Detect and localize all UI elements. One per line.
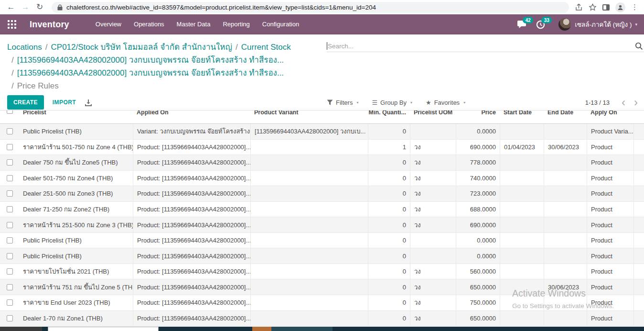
cell-price: 690.0000 — [456, 217, 500, 232]
taskbar-edge — [0, 327, 644, 331]
cell-options — [633, 186, 644, 201]
header-cell-pricelist[interactable]: Pricelist — [19, 110, 133, 123]
messages-button[interactable]: 42 — [514, 14, 533, 34]
breadcrumb-separator: / — [11, 68, 14, 77]
import-button[interactable]: IMPORT — [53, 99, 76, 106]
export-download-icon[interactable] — [85, 99, 92, 106]
nav-menu-reporting[interactable]: Reporting — [216, 14, 256, 34]
breadcrumb-link[interactable]: Locations — [7, 43, 42, 52]
header-cell-apply-on[interactable]: Apply On — [587, 110, 633, 123]
share-icon[interactable] — [575, 3, 583, 11]
row-checkbox[interactable] — [7, 144, 13, 150]
browser-menu-icon[interactable]: ⋮ — [631, 5, 638, 10]
header-cell-uom[interactable]: Pricelist UOM — [410, 110, 456, 123]
row-checkbox[interactable] — [7, 159, 13, 166]
table-row[interactable]: Dealer 501-750 กม Zone4 (THB)Product: [1… — [0, 171, 644, 187]
nav-menu-configuration[interactable]: Configuration — [256, 14, 305, 34]
search-input[interactable] — [327, 43, 635, 50]
app-title[interactable]: Inventory — [30, 20, 69, 30]
user-menu-caret-icon[interactable]: ▾ — [635, 22, 637, 27]
cell-product-variant — [250, 186, 368, 201]
row-checkbox[interactable] — [7, 206, 13, 212]
cell-start-date — [500, 248, 544, 264]
header-cell-start-date[interactable]: Start Date — [500, 110, 544, 123]
browser-address-bar[interactable]: chaletforest.co.th/web#active_id=83597&m… — [52, 2, 569, 13]
pager-previous-icon[interactable]: ‹ — [617, 97, 630, 108]
header-cell-price[interactable]: Price — [456, 110, 500, 123]
breadcrumb-link[interactable]: [113596694403AA428002000] วงกบเบญจพรรณ จ… — [17, 68, 284, 77]
nav-menu-master-data[interactable]: Master Data — [171, 14, 217, 34]
nav-menu-overview[interactable]: Overview — [89, 14, 128, 34]
header-cell-min-qty[interactable]: Min. Quanti... — [368, 110, 410, 123]
cell-value: วง — [414, 220, 421, 230]
table-row[interactable]: Public Pricelist (THB)Product: [11359669… — [0, 233, 644, 249]
table-row[interactable]: Dealer 1-70 กม Zone1 (THB)Product: [1135… — [0, 311, 644, 327]
table-row[interactable]: Dealer 750 กม ขึ้นไป Zone5 (THB)Product:… — [0, 155, 644, 171]
activities-button[interactable]: 33 — [533, 14, 552, 34]
cell-options — [633, 264, 644, 279]
search-icon[interactable] — [635, 42, 643, 50]
user-avatar[interactable] — [558, 18, 571, 31]
column-label: Applied On — [137, 110, 169, 117]
browser-forward-icon[interactable]: → — [19, 0, 32, 14]
cell-end-date — [544, 186, 587, 201]
table-row[interactable]: ราคาหน้าร้าน 501-750 กม Zone 4 (THB)Prod… — [0, 140, 644, 155]
row-checkbox[interactable] — [7, 222, 13, 228]
group-by-label: Group By — [380, 99, 407, 106]
row-checkbox[interactable] — [7, 190, 13, 197]
search-options: Filters ▾ ☰ Group By ▾ ★ Favorites ▾ — [327, 96, 465, 109]
nav-menu-operations[interactable]: Operations — [128, 14, 171, 34]
browser-back-icon[interactable]: ← — [5, 0, 17, 14]
table-row[interactable]: ราคาขาย End User 2023 (THB)Product: [113… — [0, 295, 644, 311]
apps-menu-icon[interactable] — [8, 20, 16, 29]
bookmark-star-icon[interactable] — [589, 3, 597, 11]
cell-checkbox — [0, 155, 19, 170]
browser-reload-icon[interactable]: ↻ — [33, 0, 46, 14]
cell-value: 750.0000 — [470, 299, 496, 306]
pager-next-icon[interactable]: › — [630, 97, 642, 108]
table-row[interactable]: Dealer 251-500 กม Zone3 (THB)Product: [1… — [0, 186, 644, 202]
browser-profile-icon[interactable] — [615, 2, 625, 12]
select-all-checkbox[interactable] — [7, 110, 13, 114]
table-row[interactable]: Public Pricelist (THB)Variant: วงกบเบญจพ… — [0, 124, 644, 140]
cell-start-date — [500, 295, 544, 310]
cell-value: 740.0000 — [470, 175, 496, 182]
header-cell-product-variant[interactable]: Product Variant — [250, 110, 368, 123]
breadcrumb-link[interactable]: [113596694403AA428002000] วงกบเบญจพรรณ จ… — [17, 55, 284, 65]
row-checkbox[interactable] — [7, 284, 13, 290]
create-button[interactable]: CREATE — [7, 95, 44, 110]
row-checkbox[interactable] — [7, 253, 13, 259]
side-panel-icon[interactable] — [602, 4, 610, 11]
row-checkbox[interactable] — [7, 128, 13, 134]
breadcrumb-link[interactable]: Current Stock — [241, 43, 291, 52]
table-row[interactable]: ราคาหน้าร้าน 751 กม ขึ้นไป Zone 5 (TH...… — [0, 279, 644, 295]
cell-price: 0.0000 — [456, 248, 500, 264]
favorites-button[interactable]: ★ Favorites ▾ — [426, 99, 465, 106]
cell-price: 560.0000 — [456, 264, 500, 279]
group-by-button[interactable]: ☰ Group By ▾ — [372, 99, 412, 106]
column-label: Pricelist UOM — [414, 110, 452, 117]
control-panel-buttons: CREATE IMPORT — [7, 95, 92, 110]
header-cell-end-date[interactable]: End Date — [544, 110, 587, 123]
cell-value: ราคาหน้าร้าน 251-500 กม Zone 3 (THB) — [23, 220, 133, 230]
table-row[interactable]: Dealer 71-250 กม Zone2 (THB)Product: [11… — [0, 202, 644, 218]
breadcrumb-link[interactable]: CP012/Stock บริษัท โฮมมอลล์ จำกัด สำนักง… — [51, 43, 233, 52]
cell-start-date — [500, 264, 544, 279]
table-row[interactable]: ราคาหน้าร้าน 251-500 กม Zone 3 (THB)Prod… — [0, 217, 644, 233]
table-row[interactable]: Public Pricelist (THB)Product: [11359669… — [0, 248, 644, 264]
favorites-star-icon: ★ — [426, 99, 431, 106]
filters-button[interactable]: Filters ▾ — [327, 99, 358, 106]
row-checkbox[interactable] — [7, 237, 13, 243]
table-row[interactable]: ราคาขายโปรโมชั่น 2021 (THB)Product: [113… — [0, 264, 644, 280]
row-checkbox[interactable] — [7, 315, 13, 321]
row-checkbox[interactable] — [7, 299, 13, 306]
header-cell-applied-on[interactable]: Applied On — [133, 110, 250, 123]
user-name[interactable]: เซลล์-ภาคใต้ (หญิง ) — [575, 19, 632, 30]
row-checkbox[interactable] — [7, 175, 13, 181]
cell-uom — [410, 248, 456, 264]
cell-value: Variant: วงกบเบญจพรรณ จ๊อยท์โครงสร้าง ..… — [137, 126, 250, 136]
row-checkbox[interactable] — [7, 268, 13, 275]
cell-min-qty: 0 — [368, 186, 410, 201]
cell-start-date — [500, 202, 544, 217]
cell-value: Product: [113596694403AA428002000]... — [137, 175, 250, 182]
